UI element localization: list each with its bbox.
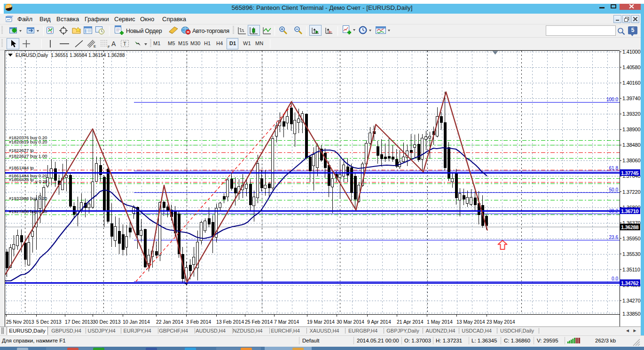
svg-text:#1861484 tp: #1861484 tp: [9, 165, 34, 170]
svg-text:17 Dec 2013: 17 Dec 2013: [65, 319, 93, 325]
svg-text:1.40580: 1.40580: [622, 64, 640, 70]
svg-text:1.36288: 1.36288: [621, 224, 639, 230]
svg-text:50.0: 50.0: [609, 187, 619, 192]
svg-text:19 Mar 2014: 19 Mar 2014: [307, 319, 335, 325]
svg-text:#1820819 buy 0.20: #1820819 buy 0.20: [9, 139, 47, 144]
svg-text:1.33850: 1.33850: [622, 311, 640, 317]
svg-text:1.38060: 1.38060: [622, 158, 640, 163]
svg-text:1.37220: 1.37220: [622, 189, 640, 195]
svg-text:1.35110: 1.35110: [622, 267, 640, 272]
svg-text:1.36710: 1.36710: [621, 208, 639, 214]
svg-text:#1927408 buy 0.20: #1927408 buy 0.20: [9, 209, 47, 214]
svg-text:1.35530: 1.35530: [622, 251, 640, 257]
svg-text:1.39320: 1.39320: [622, 111, 640, 117]
svg-text:0.0: 0.0: [612, 276, 618, 281]
svg-text:1.34762: 1.34762: [621, 280, 639, 286]
svg-text:y 0.20: y 0.20: [35, 179, 47, 184]
svg-text:1.40160: 1.40160: [622, 80, 640, 86]
svg-text:10 Jan 2014: 10 Jan 2014: [123, 319, 150, 325]
svg-text:#1932908 buy 0.20: #1932908 buy 0.20: [9, 196, 47, 201]
svg-text:13 Feb 2014: 13 Feb 2014: [216, 319, 244, 325]
svg-text:23.6: 23.6: [609, 235, 619, 240]
svg-text:25 Nov 2013: 25 Nov 2013: [6, 319, 34, 325]
svg-text:1.39740: 1.39740: [622, 95, 640, 101]
svg-text:1.37745: 1.37745: [621, 170, 639, 176]
svg-text:9 Apr 2014: 9 Apr 2014: [367, 319, 391, 325]
svg-text:1.41000: 1.41000: [622, 49, 640, 55]
svg-text:1.34270: 1.34270: [622, 298, 640, 303]
svg-text:23 May 2014: 23 May 2014: [487, 319, 515, 325]
svg-text:1.38900: 1.38900: [622, 127, 640, 132]
svg-text:1.35950: 1.35950: [622, 236, 640, 241]
svg-text:#1866428 tp: #1866428 tp: [9, 177, 34, 182]
svg-text:5 Dec 2013: 5 Dec 2013: [36, 319, 62, 325]
svg-text:#1822627 tp: #1822627 tp: [9, 148, 34, 153]
svg-text:21 Apr 2014: 21 Apr 2014: [397, 319, 424, 325]
svg-text:100.0: 100.0: [606, 97, 618, 102]
svg-text:EURUSD,Daily 1.36551 1.36584: EURUSD,Daily 1.36551 1.36584 1.36154 1.3…: [16, 53, 125, 58]
svg-text:#1822627 buy 1.00: #1822627 buy 1.00: [9, 153, 47, 159]
svg-text:7 Mar 2014: 7 Mar 2014: [274, 319, 299, 325]
svg-text:1 May 2014: 1 May 2014: [427, 319, 453, 325]
svg-text:30 Mar 2014: 30 Mar 2014: [337, 319, 364, 325]
svg-text:1.38480: 1.38480: [622, 142, 640, 148]
svg-text:30 Dec 2013: 30 Dec 2013: [93, 319, 121, 325]
svg-text:38.2: 38.2: [609, 208, 619, 214]
svg-text:61.8: 61.8: [609, 166, 619, 171]
svg-text:22 Jan 2014: 22 Jan 2014: [156, 319, 183, 325]
svg-text:3 Feb 2014: 3 Feb 2014: [186, 319, 211, 325]
svg-text:25 Feb 2014: 25 Feb 2014: [245, 319, 273, 325]
svg-text:13 May 2014: 13 May 2014: [456, 319, 485, 325]
